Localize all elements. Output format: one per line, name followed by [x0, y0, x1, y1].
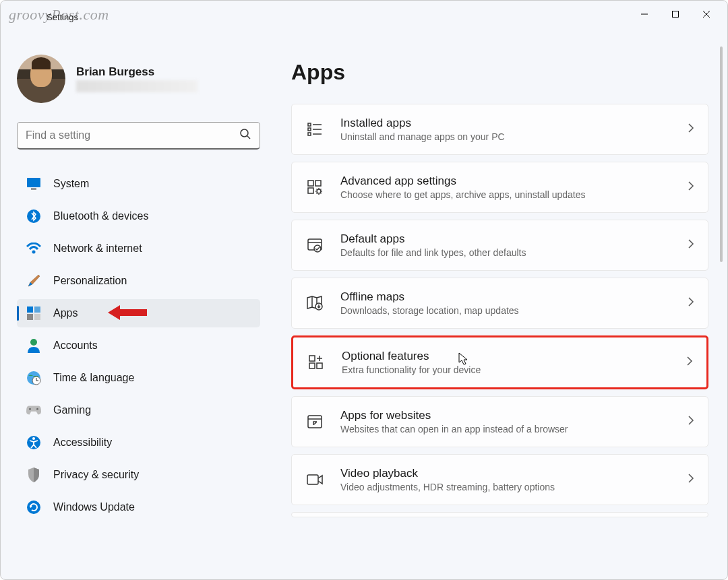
- sidebar-item-time[interactable]: Time & language: [17, 364, 260, 392]
- nav-label: Network & internet: [53, 243, 142, 255]
- svg-rect-41: [309, 363, 315, 368]
- card-desc: Video adjustments, HDR streaming, batter…: [340, 482, 671, 492]
- grid-plus-icon: [307, 353, 326, 372]
- sidebar-item-bluetooth[interactable]: Bluetooth & devices: [17, 202, 260, 230]
- svg-point-4: [241, 129, 248, 137]
- nav-label: Accessibility: [53, 437, 112, 449]
- chevron-right-icon: [688, 123, 694, 136]
- sidebar-item-network[interactable]: Network & internet: [17, 234, 260, 263]
- card-title: Apps for websites: [340, 409, 671, 422]
- system-icon: [26, 176, 41, 191]
- svg-rect-31: [315, 181, 321, 186]
- card-title: Video playback: [340, 467, 671, 480]
- chevron-right-icon: [688, 296, 694, 310]
- maximize-button[interactable]: [660, 3, 691, 25]
- sidebar-item-accounts[interactable]: Accounts: [17, 331, 260, 360]
- svg-point-9: [32, 251, 36, 254]
- chevron-right-icon: [688, 473, 694, 486]
- chevron-right-icon: [686, 356, 693, 369]
- sidebar-item-personalization[interactable]: Personalization: [17, 267, 260, 295]
- svg-rect-40: [309, 356, 315, 361]
- svg-rect-30: [308, 181, 313, 186]
- nav-label: Personalization: [53, 275, 127, 287]
- svg-point-14: [30, 339, 37, 346]
- svg-point-20: [36, 408, 38, 410]
- titlebar: Settings: [1, 1, 727, 28]
- close-button[interactable]: [691, 3, 722, 25]
- nav-label: Accounts: [53, 340, 98, 352]
- window-check-icon: [305, 236, 324, 255]
- search-input[interactable]: [26, 129, 239, 141]
- svg-rect-12: [27, 314, 33, 320]
- nav-label: Apps: [53, 307, 78, 319]
- nav-label: Gaming: [53, 404, 91, 416]
- profile-name: Brian Burgess: [76, 65, 198, 79]
- sidebar: Brian Burgess System Bluetooth & devices: [1, 28, 274, 579]
- minimize-button[interactable]: [629, 3, 660, 25]
- sidebar-item-gaming[interactable]: Gaming: [17, 396, 260, 424]
- card-desc: Choose where to get apps, archive apps, …: [340, 189, 671, 200]
- card-title: Advanced app settings: [340, 174, 671, 188]
- card-desc: Defaults for file and link types, other …: [340, 247, 671, 258]
- svg-point-33: [317, 189, 321, 193]
- svg-rect-32: [308, 188, 313, 193]
- profile[interactable]: Brian Burgess: [17, 55, 260, 103]
- card-desc: Uninstall and manage apps on your PC: [340, 131, 671, 142]
- svg-rect-28: [308, 133, 311, 135]
- card-optional-features[interactable]: Optional features Extra functionality fo…: [291, 335, 708, 389]
- card-desc: Extra functionality for your device: [342, 364, 670, 375]
- nav-label: Privacy & security: [53, 469, 139, 481]
- card-title: Default apps: [340, 232, 671, 246]
- card-apps-websites[interactable]: Apps for websites Websites that can open…: [291, 396, 708, 447]
- nav-list: System Bluetooth & devices Network & int…: [17, 170, 260, 521]
- svg-rect-7: [31, 188, 36, 190]
- card-peek[interactable]: [291, 512, 708, 517]
- sidebar-item-system[interactable]: System: [17, 170, 260, 198]
- bluetooth-icon: [26, 209, 41, 224]
- avatar: [17, 55, 65, 103]
- card-title: Optional features: [342, 350, 670, 363]
- svg-rect-1: [673, 11, 679, 18]
- search-icon: [239, 128, 251, 143]
- svg-rect-26: [308, 128, 311, 131]
- window-link-icon: [305, 412, 324, 431]
- sidebar-item-update[interactable]: Windows Update: [17, 493, 260, 521]
- clock-globe-icon: [26, 370, 41, 385]
- sidebar-item-privacy[interactable]: Privacy & security: [17, 461, 260, 489]
- grid-gear-icon: [305, 178, 324, 197]
- chevron-right-icon: [688, 238, 694, 252]
- close-icon: [702, 10, 710, 18]
- svg-rect-47: [307, 475, 318, 484]
- card-video-playback[interactable]: Video playback Video adjustments, HDR st…: [291, 454, 708, 505]
- annotation-arrow: [108, 303, 148, 325]
- card-offline-maps[interactable]: Offline maps Downloads, storage location…: [291, 278, 708, 329]
- main-content: Apps Installed apps Uninstall and manage…: [274, 28, 727, 579]
- svg-point-22: [32, 437, 35, 440]
- sidebar-item-apps[interactable]: Apps: [17, 299, 260, 327]
- search-box[interactable]: [17, 122, 260, 150]
- map-download-icon: [305, 294, 324, 313]
- gamepad-icon: [26, 403, 41, 418]
- card-title: Installed apps: [340, 117, 671, 130]
- content: Brian Burgess System Bluetooth & devices: [1, 28, 727, 579]
- svg-line-5: [247, 136, 250, 139]
- cursor-icon: [458, 352, 469, 368]
- accessibility-icon: [26, 435, 41, 450]
- person-icon: [26, 338, 41, 353]
- card-default-apps[interactable]: Default apps Defaults for file and link …: [291, 220, 708, 271]
- chevron-right-icon: [688, 181, 694, 194]
- wifi-icon: [26, 241, 41, 256]
- card-desc: Websites that can open in an app instead…: [340, 424, 671, 434]
- card-advanced-settings[interactable]: Advanced app settings Choose where to ge…: [291, 162, 708, 213]
- list-icon: [305, 120, 324, 139]
- scrollbar[interactable]: [718, 33, 725, 574]
- scrollbar-thumb[interactable]: [720, 46, 723, 262]
- maximize-icon: [671, 10, 679, 18]
- settings-window: groovyPost.com Settings Brian Burgess: [0, 0, 728, 580]
- video-icon: [305, 470, 324, 489]
- card-installed-apps[interactable]: Installed apps Uninstall and manage apps…: [291, 104, 708, 155]
- sidebar-item-accessibility[interactable]: Accessibility: [17, 428, 260, 457]
- nav-label: System: [53, 178, 89, 190]
- svg-rect-11: [34, 307, 40, 313]
- minimize-icon: [640, 10, 648, 18]
